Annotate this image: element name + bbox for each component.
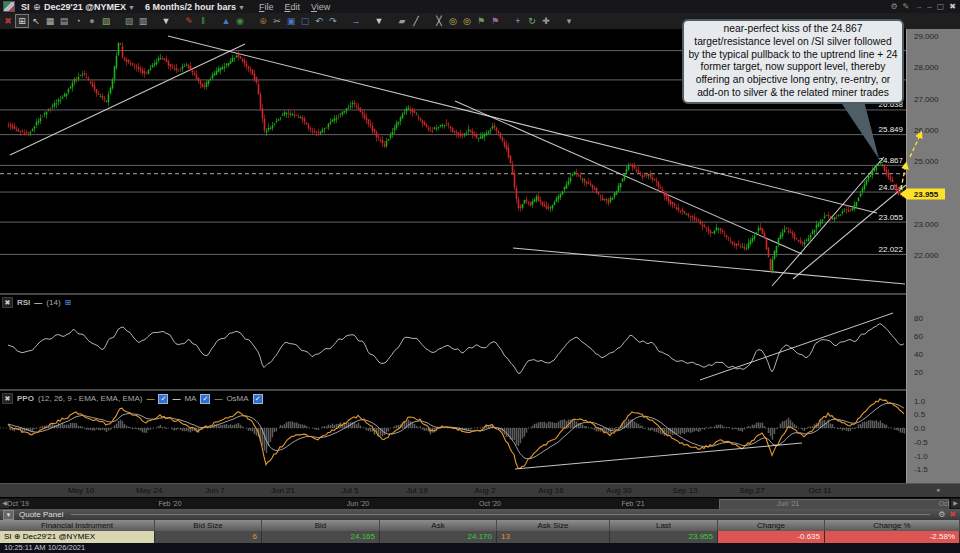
svg-text:26.000: 26.000 [914, 126, 939, 135]
svg-text:0.5: 0.5 [914, 410, 926, 419]
quote-table-row[interactable]: SI ⊕ Dec29'21 @NYMEX624.16524.1701323.95… [0, 531, 960, 543]
image2-icon[interactable]: ▨ [123, 15, 135, 27]
restore-icon[interactable]: ▢ [937, 2, 945, 11]
svg-text:28.000: 28.000 [914, 63, 939, 72]
column-header-change[interactable]: Change [718, 520, 825, 531]
session-icon: ⊕ [32, 2, 42, 12]
circle-icon[interactable]: ● [86, 15, 98, 27]
cell-bid: 24.165 [262, 531, 380, 543]
minimize-icon[interactable]: – [927, 2, 931, 11]
move-icon[interactable]: + [512, 15, 524, 27]
globe-icon[interactable]: ◉ [234, 15, 246, 27]
close-window-icon[interactable]: ✖ [949, 2, 956, 11]
ppo-checkbox[interactable]: ✓ [158, 394, 168, 404]
scroll-right-icon[interactable]: ▶ [951, 499, 960, 508]
status-bar: 10:25:11 AM 10/26/2021 [0, 543, 960, 553]
cell-last: 23.955 [610, 531, 718, 543]
quote-settings-icon[interactable]: ⚙ [938, 510, 945, 519]
panel2-icon[interactable]: ▢ [299, 15, 311, 27]
svg-text:0.0: 0.0 [914, 424, 926, 433]
column-header-instrument[interactable]: Financial Instrument [0, 520, 155, 531]
rsi-line-swatch: — [34, 298, 42, 307]
chevron-down-icon: ▼ [238, 4, 245, 11]
annotate-icon[interactable]: ✎ [183, 15, 195, 27]
tools-icon[interactable]: ✚ [540, 15, 552, 27]
image-icon[interactable]: ▧ [100, 15, 112, 27]
quote-table-header: Financial InstrumentBid SizeBidAskAsk Si… [0, 520, 960, 531]
close-icon[interactable]: ✖ [2, 393, 13, 404]
pin-icon[interactable]: → [914, 2, 922, 11]
close-icon[interactable]: ✖ [2, 297, 13, 308]
cursor-icon[interactable]: ↖ [30, 15, 42, 27]
x-axis-tick: Aug 2 [475, 486, 496, 495]
close-chart-icon[interactable]: ✖ [2, 15, 14, 27]
panel-icon[interactable]: ▣ [285, 15, 297, 27]
ma-line-swatch: — [172, 394, 180, 403]
quote-close-icon[interactable]: ✖ [949, 510, 956, 519]
rsi-settings-icon[interactable]: ⊞ [65, 298, 72, 307]
rsi-label: RSI [17, 298, 30, 307]
osma-checkbox[interactable]: ✓ [253, 394, 263, 404]
print-icon[interactable]: ▤ [58, 15, 70, 27]
scrollbar-date-label: Oct '20 [479, 500, 501, 507]
bar-style-icon[interactable]: ▰ [396, 15, 408, 27]
grid-layout-icon[interactable]: ▦ [44, 15, 56, 27]
undo-icon[interactable]: ↶ [313, 15, 325, 27]
annotation-callout[interactable]: near-perfect kiss of the 24.867 target/r… [682, 19, 904, 104]
scrollbar-date-label: Feb '20 [158, 500, 181, 507]
zoom-in-icon[interactable]: ◎ [447, 15, 459, 27]
cell-change_pct: -2.58% [825, 531, 960, 543]
redo-icon[interactable]: ↷ [327, 15, 339, 27]
svg-text:80: 80 [914, 314, 923, 323]
chart-scrollbar[interactable]: ◀ ▶ Oct '19Feb '20Jun '20Oct '20Feb '21J… [0, 497, 960, 509]
x-axis-tick: Sep 27 [739, 486, 764, 495]
svg-text:-0.5: -0.5 [914, 438, 928, 447]
svg-text:25.849: 25.849 [879, 125, 904, 134]
quote-panel-collapse-icon[interactable]: ▼ [3, 510, 14, 520]
column-header-bid[interactable]: Bid [262, 520, 380, 531]
triangle-up-icon[interactable]: ▲ [220, 15, 232, 27]
chart-style-dropdown-icon[interactable]: ▼ [373, 15, 385, 27]
draw-line-icon[interactable]: ╱ [410, 15, 422, 27]
cell-instrument: SI ⊕ Dec29'21 @NYMEX [0, 531, 155, 543]
column-header-change_pct[interactable]: Change % [825, 520, 960, 531]
menu-view[interactable]: View [311, 2, 330, 12]
zoom-out-icon[interactable]: ◎ [461, 15, 473, 27]
cut-icon[interactable]: ✂ [271, 15, 283, 27]
menu-edit[interactable]: Edit [284, 2, 300, 12]
svg-text:22.000: 22.000 [914, 251, 939, 260]
ma-checkbox[interactable]: ✓ [200, 394, 210, 404]
link-icon[interactable]: ✎ [903, 2, 910, 11]
column-header-ask[interactable]: Ask [380, 520, 497, 531]
menu-file[interactable]: File [259, 2, 274, 12]
forward-icon[interactable]: → [350, 15, 362, 27]
column-header-ask_size[interactable]: Ask Size [497, 520, 610, 531]
refresh-icon[interactable]: ↻ [526, 15, 538, 27]
scrollbar-date-label: Oct '19 [7, 500, 29, 507]
column-header-bid_size[interactable]: Bid Size [155, 520, 262, 531]
settings-icon[interactable]: ⚙ [890, 2, 897, 11]
flag2-icon[interactable]: ⚑ [489, 15, 501, 27]
svg-text:-1.5: -1.5 [914, 465, 928, 474]
x-axis-tick: May 24 [136, 486, 162, 495]
symbol-selector[interactable]: SI ⊕ Dec29'21 @NYMEX▼ [21, 2, 135, 12]
draw-lines-icon[interactable]: ╳ [433, 15, 445, 27]
axis-marker-icon: ● [936, 486, 940, 493]
style-icon[interactable]: ◔ [72, 15, 84, 27]
crosshair-icon[interactable]: ⊞ [16, 15, 28, 27]
more-dropdown-icon[interactable]: ▾ [563, 15, 575, 27]
x-axis-labels: May 10May 24Jun 7Jun 21Jul 5Jul 19Aug 2A… [0, 483, 960, 497]
svg-text:27.000: 27.000 [914, 95, 939, 104]
dropdown-icon[interactable]: ▼ [160, 15, 172, 27]
x-axis-tick: Jun 21 [271, 486, 295, 495]
target-icon[interactable]: ⊕ [257, 15, 269, 27]
scrollbar-date-label: Oct [939, 500, 950, 507]
volume-bars-icon[interactable]: ‖ [197, 15, 209, 27]
column-header-last[interactable]: Last [610, 520, 718, 531]
timeframe-selector[interactable]: 6 Months/2 hour bars▼ [145, 2, 245, 12]
ppo-line-swatch: — [146, 394, 154, 403]
scrollbar-date-label: Feb '21 [621, 500, 644, 507]
layout-icon[interactable]: ▥ [137, 15, 149, 27]
flag-icon[interactable]: ⚑ [475, 15, 487, 27]
svg-text:-1.0: -1.0 [914, 452, 928, 461]
